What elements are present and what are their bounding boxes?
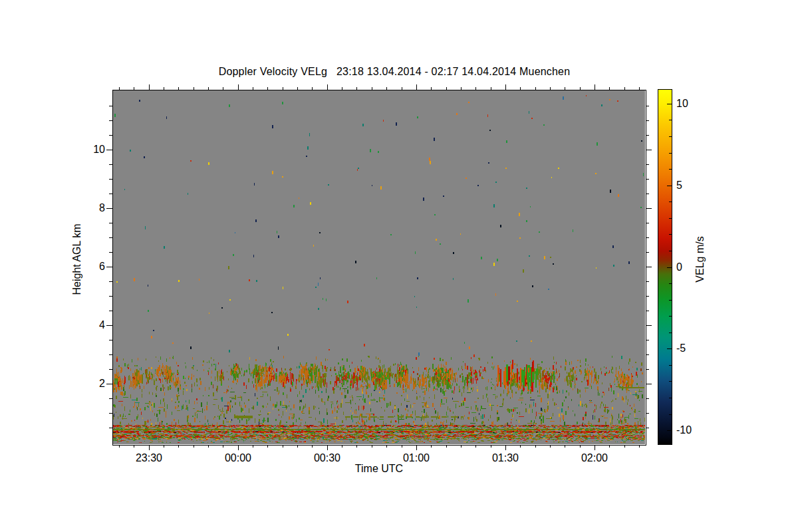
colorbar-tick — [669, 169, 672, 170]
doppler-velocity-chart: Doppler Velocity VELg 23:18 13.04.2014 -… — [0, 0, 798, 532]
y-tick — [646, 281, 649, 282]
chart-title: Doppler Velocity VELg 23:18 13.04.2014 -… — [113, 66, 676, 78]
x-tick — [238, 445, 239, 450]
x-tick — [356, 445, 357, 448]
colorbar-tick — [669, 300, 672, 301]
x-tick — [208, 87, 209, 90]
y-tick — [106, 150, 112, 150]
x-tick — [580, 87, 581, 90]
colorbar-tick — [669, 120, 672, 120]
colorbar-tick — [669, 234, 672, 235]
y-tick — [646, 428, 649, 428]
y-tick — [646, 398, 649, 399]
y-tick-label: 4 — [76, 319, 105, 331]
colorbar-tick — [667, 348, 672, 349]
x-tick — [134, 445, 134, 448]
y-tick-label: 6 — [76, 261, 105, 273]
y-tick — [109, 369, 112, 370]
heatmap-canvas — [113, 90, 645, 444]
doppler-velocity-page: { "title": "Doppler Velocity VELg 23:18 … — [0, 0, 798, 532]
x-tick — [402, 87, 402, 90]
y-tick — [646, 150, 652, 150]
x-tick-label: 01:00 — [396, 452, 436, 464]
y-tick — [646, 179, 649, 180]
x-tick-label: 00:30 — [307, 452, 347, 464]
y-tick — [646, 325, 652, 326]
y-tick — [646, 106, 649, 106]
y-tick — [109, 281, 112, 282]
x-tick — [386, 87, 387, 90]
y-tick — [646, 164, 649, 165]
x-tick — [342, 445, 342, 448]
colorbar-tick — [669, 283, 672, 284]
y-tick — [106, 208, 112, 209]
x-tick — [416, 445, 417, 450]
x-tick — [431, 445, 432, 448]
x-tick — [178, 87, 179, 90]
x-tick — [356, 87, 357, 90]
x-tick — [253, 87, 253, 90]
x-tick — [312, 87, 313, 90]
x-tick — [194, 445, 194, 448]
y-tick — [109, 354, 112, 355]
x-tick — [505, 84, 506, 90]
y-tick — [109, 164, 112, 165]
x-tick — [461, 445, 462, 448]
y-axis-title: Height AGL km — [71, 206, 83, 313]
x-tick — [297, 87, 298, 90]
x-tick — [491, 445, 491, 448]
x-tick — [491, 87, 491, 90]
colorbar-tick — [667, 186, 672, 186]
x-tick — [535, 87, 536, 90]
x-tick — [402, 445, 402, 448]
x-tick — [312, 445, 313, 448]
x-tick — [208, 445, 209, 448]
x-tick — [580, 445, 581, 448]
x-tick — [149, 84, 150, 90]
y-tick — [646, 340, 649, 340]
y-tick — [109, 252, 112, 253]
colorbar-tick — [669, 251, 672, 251]
y-tick — [109, 296, 112, 297]
x-tick — [223, 445, 223, 448]
y-tick — [109, 413, 112, 414]
y-tick — [646, 311, 649, 311]
x-tick — [550, 445, 551, 448]
x-tick — [475, 445, 476, 448]
y-tick — [646, 120, 649, 121]
x-tick — [372, 87, 372, 90]
x-tick — [283, 87, 283, 90]
colorbar-tick — [669, 414, 672, 415]
y-tick — [109, 340, 112, 340]
x-tick — [283, 445, 283, 448]
y-tick — [109, 194, 112, 194]
colorbar-tick — [667, 267, 672, 268]
x-tick — [253, 445, 253, 448]
y-tick — [109, 179, 112, 180]
x-tick — [267, 445, 268, 448]
x-tick — [639, 87, 640, 90]
y-tick — [646, 354, 649, 355]
x-tick-label: 02:00 — [575, 452, 614, 464]
y-tick — [109, 120, 112, 121]
y-tick — [646, 384, 652, 384]
x-tick — [624, 445, 625, 448]
x-tick — [461, 87, 462, 90]
x-tick-label: 23:30 — [129, 452, 169, 464]
y-tick — [646, 135, 649, 136]
y-tick — [646, 237, 649, 238]
colorbar-tick — [669, 381, 672, 382]
y-tick — [646, 252, 649, 253]
x-tick — [550, 87, 551, 90]
y-tick — [646, 194, 649, 194]
x-tick — [505, 445, 506, 450]
x-tick — [595, 445, 595, 450]
x-tick-label: 00:00 — [218, 452, 258, 464]
y-tick-label: 8 — [76, 202, 105, 214]
x-tick — [223, 87, 223, 90]
colorbar-tick-label: -10 — [676, 424, 703, 436]
x-tick — [565, 445, 565, 448]
y-tick — [106, 325, 112, 326]
x-tick — [520, 87, 521, 90]
y-tick — [106, 384, 112, 384]
